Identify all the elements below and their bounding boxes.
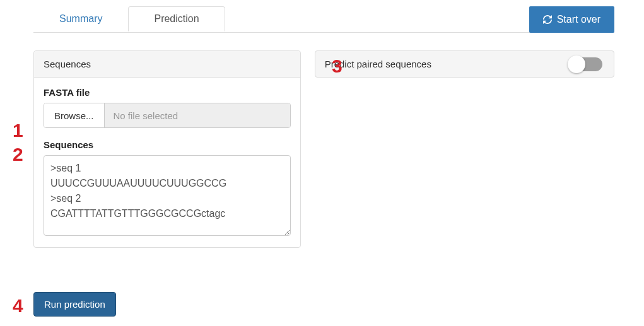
start-over-button[interactable]: Start over (529, 6, 614, 33)
tab-summary-li: Summary (33, 6, 128, 33)
paired-toggle-label: Predict paired sequences (315, 51, 558, 77)
top-row: Summary Prediction Start over (33, 6, 614, 33)
paired-toggle[interactable] (570, 57, 602, 71)
sequences-panel: Sequences FASTA file Browse... No file s… (33, 50, 301, 248)
sequences-panel-heading: Sequences (34, 51, 300, 78)
paired-panel: Predict paired sequences (315, 50, 614, 78)
file-status-label: No file selected (105, 103, 290, 127)
tab-prediction-li: Prediction (128, 6, 225, 33)
file-picker[interactable]: Browse... No file selected (44, 103, 291, 128)
browse-button[interactable]: Browse... (44, 103, 105, 127)
fasta-file-label: FASTA file (44, 87, 291, 98)
sequences-label: Sequences (44, 139, 291, 150)
run-prediction-button[interactable]: Run prediction (33, 292, 116, 317)
sequences-group: Sequences (44, 139, 291, 238)
refresh-icon (543, 15, 552, 24)
toggle-knob (568, 55, 585, 73)
nav-tabs: Summary Prediction (33, 6, 529, 32)
annotation-1: 1 (13, 120, 23, 141)
tab-prediction[interactable]: Prediction (128, 6, 225, 32)
annotation-2: 2 (13, 144, 23, 165)
sequences-panel-body: FASTA file Browse... No file selected Se… (34, 78, 300, 247)
fasta-file-group: FASTA file Browse... No file selected (44, 87, 291, 128)
tab-summary[interactable]: Summary (33, 6, 128, 32)
start-over-label: Start over (557, 14, 600, 25)
annotation-4: 4 (13, 295, 23, 317)
sequences-textarea[interactable] (44, 155, 291, 236)
content-row: Sequences FASTA file Browse... No file s… (33, 50, 614, 248)
annotation-3: 3 (332, 55, 342, 77)
